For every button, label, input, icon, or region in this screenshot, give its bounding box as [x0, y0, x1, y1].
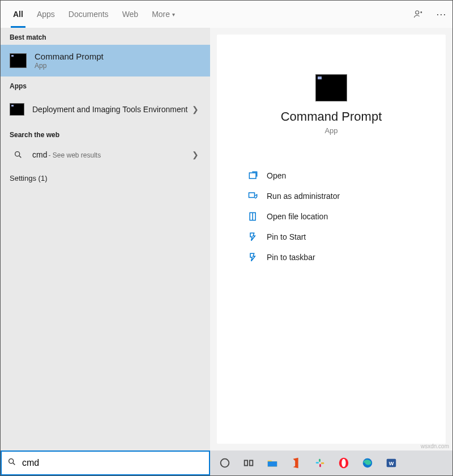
pin-icon [247, 231, 259, 243]
result-title: Command Prompt [35, 52, 201, 61]
search-icon [7, 457, 16, 469]
action-label: Pin to Start [267, 232, 306, 241]
svg-rect-15 [321, 462, 324, 464]
action-label: Open file location [267, 212, 328, 221]
svg-point-18 [341, 459, 345, 468]
tab-apps[interactable]: Apps [30, 1, 62, 28]
feedback-icon[interactable] [407, 9, 430, 19]
tab-documents[interactable]: Documents [62, 1, 116, 28]
svg-rect-11 [245, 460, 248, 465]
taskbar-edge[interactable] [356, 452, 379, 474]
task-view-button[interactable] [237, 452, 260, 474]
open-icon [247, 170, 259, 181]
svg-point-10 [221, 459, 229, 468]
svg-line-2 [19, 156, 21, 158]
svg-rect-14 [319, 459, 320, 462]
more-options-icon[interactable]: ⋯ [430, 8, 452, 20]
svg-point-8 [9, 459, 14, 464]
preview-subtitle: App [228, 126, 434, 135]
search-input[interactable] [21, 457, 203, 469]
svg-text:W: W [389, 461, 394, 466]
chevron-right-icon[interactable]: ❯ [190, 150, 201, 159]
cortana-button[interactable] [213, 452, 236, 474]
web-term: cmd [32, 150, 47, 159]
action-run-as-administrator[interactable]: Run as administrator [228, 186, 434, 206]
action-label: Open [267, 171, 286, 180]
preview-title: Command Prompt [228, 109, 434, 124]
result-deployment-tools[interactable]: Deployment and Imaging Tools Environment… [1, 94, 210, 125]
start-search-box[interactable] [1, 450, 210, 475]
svg-rect-3 [249, 173, 256, 178]
watermark: wsxdn.com [421, 443, 449, 449]
svg-rect-4 [249, 193, 255, 197]
tab-more-label: More [152, 10, 170, 19]
folder-location-icon [247, 211, 259, 222]
preview-panel: Command Prompt App Open Run as administr… [217, 35, 446, 444]
admin-shield-icon [247, 190, 259, 202]
result-command-prompt[interactable]: Command Prompt App [1, 45, 210, 76]
pin-icon [247, 252, 259, 263]
action-label: Pin to taskbar [267, 253, 315, 262]
taskbar-file-explorer[interactable] [261, 452, 284, 474]
svg-point-1 [15, 152, 20, 156]
search-web-heading: Search the web [1, 125, 210, 142]
tab-all[interactable]: All [6, 1, 30, 28]
command-prompt-icon [10, 53, 27, 68]
action-label: Run as administrator [267, 192, 340, 201]
taskbar-word[interactable]: W [380, 452, 403, 474]
chevron-down-icon: ▾ [172, 11, 175, 18]
tab-more[interactable]: More ▾ [145, 1, 182, 28]
best-match-heading: Best match [1, 28, 210, 45]
svg-rect-12 [250, 460, 253, 465]
results-panel: Best match Command Prompt App Apps Deplo… [1, 28, 210, 450]
svg-rect-13 [316, 462, 319, 464]
taskbar-office[interactable] [285, 452, 307, 474]
taskbar-opera[interactable] [332, 452, 355, 474]
chevron-right-icon[interactable]: ❯ [190, 105, 201, 114]
svg-rect-16 [319, 464, 321, 468]
action-pin-to-start[interactable]: Pin to Start [228, 227, 434, 247]
command-prompt-icon [10, 103, 24, 116]
tab-web[interactable]: Web [116, 1, 146, 28]
settings-heading[interactable]: Settings (1) [1, 167, 210, 189]
action-pin-to-taskbar[interactable]: Pin to taskbar [228, 247, 434, 267]
action-open-file-location[interactable]: Open file location [228, 206, 434, 227]
action-open[interactable]: Open [228, 165, 434, 186]
result-web-cmd[interactable]: cmd - See web results ❯ [1, 142, 210, 167]
apps-heading: Apps [1, 76, 210, 94]
web-hint: - See web results [48, 151, 101, 159]
command-prompt-icon [315, 74, 347, 101]
taskbar-slack[interactable] [309, 452, 331, 474]
svg-point-0 [416, 11, 419, 14]
taskbar: W [1, 450, 452, 475]
result-subtitle: App [35, 62, 201, 70]
search-scope-tabs: All Apps Documents Web More ▾ ⋯ [1, 1, 452, 28]
svg-line-9 [13, 463, 15, 465]
search-icon [10, 150, 27, 159]
result-title: Deployment and Imaging Tools Environment [32, 105, 190, 114]
